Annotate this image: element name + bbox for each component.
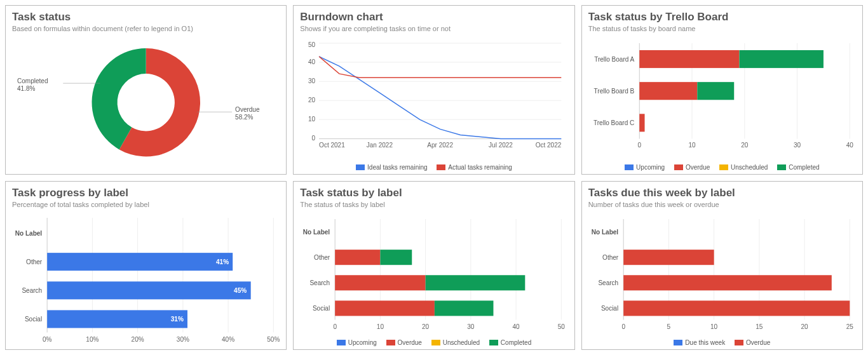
svg-rect-98 — [623, 275, 832, 290]
svg-text:30%: 30% — [177, 335, 189, 342]
dashboard-grid: Task status Based on formulas within doc… — [5, 5, 863, 350]
svg-text:10: 10 — [710, 323, 718, 330]
donut-chart: Completed 41.8% Overdue 58.2% — [12, 37, 280, 168]
svg-rect-75 — [336, 250, 381, 265]
svg-rect-55 — [47, 281, 251, 299]
card-title: Task status by Trello Board — [588, 11, 856, 23]
hbar-chart: 0% 10% 20% 30% 40% 50% 41% 45% 31% No La… — [12, 213, 280, 344]
svg-text:Social: Social — [601, 305, 618, 312]
card-task-status: Task status Based on formulas within doc… — [5, 5, 287, 175]
svg-rect-53 — [47, 253, 233, 271]
legend: Upcoming Overdue Unscheduled Completed — [294, 339, 574, 347]
svg-rect-78 — [426, 275, 526, 290]
svg-text:31%: 31% — [171, 316, 184, 323]
card-subtitle: The status of tasks by label — [300, 201, 567, 208]
svg-text:41.8%: 41.8% — [17, 85, 35, 92]
svg-rect-36 — [697, 82, 734, 100]
svg-text:20: 20 — [801, 323, 808, 330]
card-title: Task status by label — [300, 187, 567, 199]
svg-text:0: 0 — [334, 323, 337, 330]
svg-text:50%: 50% — [267, 335, 280, 342]
svg-text:20: 20 — [422, 323, 430, 330]
svg-text:Other: Other — [26, 258, 43, 265]
legend: Due this week Overdue — [582, 339, 862, 347]
svg-text:30: 30 — [468, 323, 475, 330]
svg-text:No Label: No Label — [303, 229, 330, 236]
svg-rect-97 — [623, 250, 714, 265]
svg-text:50: 50 — [308, 41, 316, 48]
card-status-by-board: Task status by Trello Board The status o… — [581, 5, 863, 175]
svg-text:40: 40 — [846, 142, 853, 149]
svg-text:45%: 45% — [234, 287, 247, 294]
svg-text:Other: Other — [314, 254, 330, 261]
svg-text:0: 0 — [312, 135, 316, 142]
svg-text:10%: 10% — [86, 335, 98, 342]
svg-text:Oct 2022: Oct 2022 — [536, 142, 562, 149]
svg-text:Trello Board C: Trello Board C — [593, 119, 634, 126]
svg-text:20: 20 — [741, 142, 749, 149]
svg-text:10: 10 — [377, 323, 384, 330]
svg-rect-99 — [623, 300, 850, 316]
svg-text:Search: Search — [22, 287, 42, 294]
svg-rect-77 — [336, 275, 426, 290]
svg-text:Trello Board A: Trello Board A — [594, 56, 634, 63]
svg-text:Social: Social — [313, 305, 330, 312]
svg-text:10: 10 — [688, 142, 696, 149]
hbar-chart: 0 5 10 15 20 25 No Label Other Search — [588, 213, 856, 333]
svg-text:Trello Board B: Trello Board B — [593, 88, 634, 95]
svg-text:Overdue: Overdue — [235, 106, 260, 113]
card-progress-by-label: Task progress by label Percentage of tot… — [5, 181, 287, 351]
svg-text:Search: Search — [598, 279, 618, 286]
svg-text:40: 40 — [308, 58, 316, 65]
card-subtitle: Based on formulas within document (refer… — [12, 25, 280, 32]
svg-text:20%: 20% — [132, 335, 144, 342]
svg-text:20: 20 — [308, 97, 316, 104]
card-subtitle: Shows if you are completing tasks on tim… — [300, 25, 567, 32]
legend: Ideal tasks remaining Actual tasks remai… — [294, 164, 574, 171]
svg-text:40: 40 — [513, 323, 520, 330]
card-title: Tasks due this week by label — [588, 187, 856, 199]
svg-text:0%: 0% — [43, 335, 52, 342]
svg-text:10: 10 — [308, 116, 316, 123]
svg-rect-79 — [336, 300, 435, 316]
svg-text:No Label: No Label — [592, 229, 619, 236]
svg-text:No Label: No Label — [15, 230, 43, 237]
card-status-by-label: Task status by label The status of tasks… — [293, 181, 574, 351]
svg-rect-80 — [435, 300, 494, 316]
svg-text:58.2%: 58.2% — [235, 114, 253, 121]
svg-text:Social: Social — [25, 316, 42, 323]
svg-text:0: 0 — [637, 142, 641, 149]
svg-rect-34 — [739, 50, 823, 68]
svg-text:50: 50 — [558, 323, 566, 330]
svg-text:Jan 2022: Jan 2022 — [367, 142, 393, 149]
card-title: Task status — [12, 11, 280, 23]
card-title: Task progress by label — [12, 187, 280, 199]
svg-rect-37 — [639, 114, 644, 131]
svg-text:0: 0 — [621, 323, 625, 330]
hbar-chart: 0 10 20 30 40 Trello Board A Trello Boar… — [588, 37, 856, 157]
svg-text:Other: Other — [602, 254, 619, 261]
svg-text:15: 15 — [756, 323, 763, 330]
svg-text:Completed: Completed — [17, 77, 48, 84]
card-burndown: Burndown chart Shows if you are completi… — [293, 5, 574, 175]
card-subtitle: Percentage of total tasks completed by l… — [12, 201, 280, 208]
card-subtitle: Number of tasks due this week or overdue — [588, 201, 856, 208]
svg-text:30: 30 — [308, 77, 316, 84]
svg-text:Search: Search — [310, 279, 330, 286]
card-subtitle: The status of tasks by board name — [588, 25, 856, 32]
hbar-chart: 0 10 20 30 40 50 No Label — [300, 213, 567, 333]
card-due-this-week: Tasks due this week by label Number of t… — [581, 181, 863, 351]
svg-text:40%: 40% — [222, 335, 234, 342]
svg-rect-76 — [381, 250, 412, 265]
svg-text:Jul 2022: Jul 2022 — [489, 142, 513, 149]
card-title: Burndown chart — [300, 11, 567, 23]
svg-rect-35 — [639, 82, 697, 100]
line-chart: 0 10 20 30 40 50 Oct 2021 Jan 2022 Apr 2… — [300, 37, 567, 157]
svg-text:30: 30 — [794, 142, 801, 149]
svg-rect-57 — [47, 310, 187, 328]
svg-text:25: 25 — [846, 323, 853, 330]
svg-text:Apr 2022: Apr 2022 — [428, 142, 454, 149]
svg-text:5: 5 — [667, 323, 670, 330]
svg-text:Oct 2021: Oct 2021 — [319, 142, 345, 149]
legend: Upcoming Overdue Unscheduled Completed — [582, 164, 862, 171]
